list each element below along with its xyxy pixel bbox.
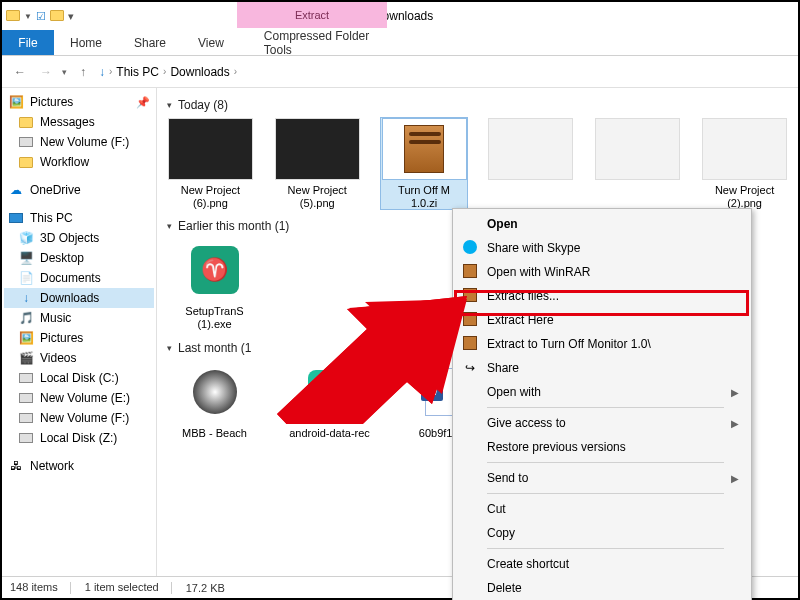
- menu-item-label: Extract files...: [487, 289, 559, 303]
- file-tile[interactable]: New Project (5).png: [274, 118, 361, 209]
- file-tile[interactable]: android-data-rec: [282, 361, 377, 440]
- history-dropdown-icon[interactable]: ▾: [62, 67, 67, 77]
- desktop-icon: 🖥️: [18, 250, 34, 266]
- menu-item-label: Extract Here: [487, 313, 554, 327]
- drive-icon: [18, 370, 34, 386]
- tab-home[interactable]: Home: [54, 30, 118, 55]
- tab-view[interactable]: View: [182, 30, 240, 55]
- menu-open-with[interactable]: Open with▶: [455, 380, 749, 404]
- sidebar-item-messages[interactable]: Messages: [4, 112, 154, 132]
- thumbnail: [287, 361, 372, 423]
- sidebar-item-documents[interactable]: 📄Documents: [4, 268, 154, 288]
- group-label: Today (8): [178, 98, 228, 112]
- contextual-tab-label: Extract: [237, 2, 387, 28]
- up-button[interactable]: ↑: [73, 62, 93, 82]
- tab-share[interactable]: Share: [118, 30, 182, 55]
- file-tile[interactable]: New Project (2).png: [701, 118, 788, 209]
- sidebar-item-pictures[interactable]: 🖼️ Pictures 📌: [4, 92, 154, 112]
- sidebar-item-onedrive[interactable]: ☁ OneDrive: [4, 180, 154, 200]
- sidebar-item-newvol[interactable]: New Volume (F:): [4, 132, 154, 152]
- file-tile[interactable]: New Project (6).png: [167, 118, 254, 209]
- menu-cut[interactable]: Cut: [455, 497, 749, 521]
- sidebar-item-thispc[interactable]: This PC: [4, 208, 154, 228]
- breadcrumb-root[interactable]: This PC: [116, 65, 159, 79]
- menu-extract-files[interactable]: Extract files...: [455, 284, 749, 308]
- drive-icon: [18, 134, 34, 150]
- navigation-pane: 🖼️ Pictures 📌 Messages New Volume (F:) W…: [2, 88, 157, 576]
- breadcrumb[interactable]: ↓ › This PC › Downloads ›: [99, 65, 237, 79]
- back-button[interactable]: ←: [10, 62, 30, 82]
- menu-open[interactable]: Open: [455, 212, 749, 236]
- app-icon: ♈: [191, 246, 239, 294]
- menu-extract-here[interactable]: Extract Here: [455, 308, 749, 332]
- sidebar-item-localc[interactable]: Local Disk (C:): [4, 368, 154, 388]
- thumbnail: [488, 118, 573, 180]
- breadcrumb-current[interactable]: Downloads: [170, 65, 229, 79]
- sidebar-item-pictures2[interactable]: 🖼️Pictures: [4, 328, 154, 348]
- address-bar: ← → ▾ ↑ ↓ › This PC › Downloads ›: [2, 56, 798, 88]
- sidebar-item-label: 3D Objects: [40, 231, 99, 245]
- share-icon: ↪: [461, 361, 479, 375]
- menu-item-label: Share: [487, 361, 519, 375]
- menu-create-shortcut[interactable]: Create shortcut: [455, 552, 749, 576]
- onedrive-icon: ☁: [8, 182, 24, 198]
- music-icon: 🎵: [18, 310, 34, 326]
- group-label: Earlier this month (1): [178, 219, 289, 233]
- sidebar-item-vole[interactable]: New Volume (E:): [4, 388, 154, 408]
- thumbnail: [168, 118, 253, 180]
- menu-share-skype[interactable]: Share with Skype: [455, 236, 749, 260]
- menu-send-to[interactable]: Send to▶: [455, 466, 749, 490]
- sidebar-item-label: OneDrive: [30, 183, 81, 197]
- sidebar-item-network[interactable]: 🖧Network: [4, 456, 154, 476]
- chevron-right-icon: ›: [234, 66, 237, 77]
- qat-folder-icon[interactable]: [50, 10, 64, 23]
- sidebar-item-label: Local Disk (Z:): [40, 431, 117, 445]
- sidebar-item-workflow[interactable]: Workflow: [4, 152, 154, 172]
- menu-delete[interactable]: Delete: [455, 576, 749, 600]
- tab-compressed-tools[interactable]: Compressed Folder Tools: [248, 30, 398, 55]
- winrar-icon: [461, 336, 479, 353]
- sidebar-item-downloads[interactable]: ↓Downloads: [4, 288, 154, 308]
- sidebar-item-localz[interactable]: Local Disk (Z:): [4, 428, 154, 448]
- winrar-icon: [461, 312, 479, 329]
- file-name: New Project (5).png: [274, 184, 361, 209]
- menu-copy[interactable]: Copy: [455, 521, 749, 545]
- forward-button[interactable]: →: [36, 62, 56, 82]
- sidebar-item-3dobjects[interactable]: 🧊3D Objects: [4, 228, 154, 248]
- file-tile[interactable]: MBB - Beach: [167, 361, 262, 440]
- qat-check-icon[interactable]: ☑: [36, 10, 46, 23]
- menu-share[interactable]: ↪Share: [455, 356, 749, 380]
- sidebar-item-label: New Volume (F:): [40, 135, 129, 149]
- menu-item-label: Cut: [487, 502, 506, 516]
- drive-icon: [18, 390, 34, 406]
- menu-extract-to[interactable]: Extract to Turn Off Monitor 1.0\: [455, 332, 749, 356]
- skype-icon: [461, 240, 479, 257]
- sidebar-item-label: Pictures: [40, 331, 83, 345]
- file-tile[interactable]: [487, 118, 574, 209]
- menu-open-winrar[interactable]: Open with WinRAR: [455, 260, 749, 284]
- group-header-today[interactable]: ▾ Today (8): [167, 98, 788, 112]
- file-tile[interactable]: [594, 118, 681, 209]
- menu-restore-versions[interactable]: Restore previous versions: [455, 435, 749, 459]
- sidebar-item-desktop[interactable]: 🖥️Desktop: [4, 248, 154, 268]
- qat-overflow-icon[interactable]: ▾: [68, 10, 74, 23]
- sidebar-item-videos[interactable]: 🎬Videos: [4, 348, 154, 368]
- menu-item-label: Open with WinRAR: [487, 265, 590, 279]
- picture-icon: 🖼️: [18, 330, 34, 346]
- file-tile[interactable]: ♈ SetupTranS (1).exe: [167, 239, 262, 330]
- picture-icon: 🖼️: [8, 94, 24, 110]
- group-tiles-today: New Project (6).png New Project (5).png …: [167, 118, 788, 209]
- file-tile-selected[interactable]: Turn Off M 1.0.zi: [381, 118, 468, 209]
- thumbnail: [595, 118, 680, 180]
- file-name: Turn Off M 1.0.zi: [398, 184, 450, 209]
- thumbnail: [382, 118, 467, 180]
- thumbnail: ♈: [172, 239, 257, 301]
- sidebar-item-volf[interactable]: New Volume (F:): [4, 408, 154, 428]
- file-tab[interactable]: File: [2, 30, 54, 55]
- menu-item-label: Open: [487, 217, 518, 231]
- qat-dropdown-icon[interactable]: ▼: [24, 12, 32, 21]
- pc-icon: [8, 210, 24, 226]
- sidebar-item-music[interactable]: 🎵Music: [4, 308, 154, 328]
- menu-give-access[interactable]: Give access to▶: [455, 411, 749, 435]
- quick-access-toolbar: ▼ ☑ ▾: [2, 10, 74, 23]
